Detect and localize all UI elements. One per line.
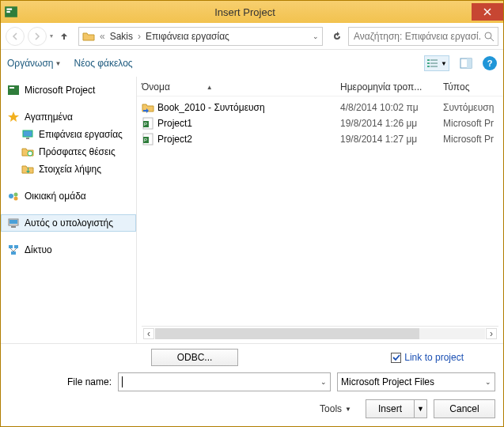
horizontal-scrollbar[interactable]: ‹ › bbox=[142, 326, 498, 340]
titlebar: Insert Project bbox=[1, 1, 503, 23]
svg-rect-18 bbox=[26, 138, 29, 139]
recent-dropdown[interactable]: ▾ bbox=[50, 32, 53, 40]
col-label: Ημερομηνία τροπ... bbox=[340, 81, 422, 93]
sort-asc-icon: ▲ bbox=[207, 84, 213, 91]
sidebar-item-label: Δίκτυο bbox=[25, 244, 52, 255]
sidebar-item-label: Οικιακή ομάδα bbox=[25, 191, 86, 202]
sidebar-item-network[interactable]: Δίκτυο bbox=[1, 241, 136, 259]
link-label: Link to project bbox=[404, 352, 464, 363]
list-item[interactable]: P Project2 19/8/2014 1:27 μμ Microsoft P… bbox=[142, 131, 498, 147]
tools-menu[interactable]: Tools ▼ bbox=[320, 403, 351, 414]
sidebar-item-recent[interactable]: Πρόσφατες θέσεις bbox=[1, 143, 136, 161]
file-type: Microsoft Pr bbox=[443, 134, 498, 145]
svg-point-21 bbox=[14, 193, 18, 197]
back-button[interactable] bbox=[6, 27, 25, 46]
cancel-label: Cancel bbox=[449, 403, 479, 414]
svg-line-30 bbox=[13, 248, 17, 251]
chevron-down-icon: ▼ bbox=[441, 60, 447, 67]
svg-rect-10 bbox=[430, 62, 438, 64]
up-button[interactable] bbox=[56, 28, 72, 44]
view-mode-button[interactable]: ▼ bbox=[424, 55, 449, 71]
help-button[interactable]: ? bbox=[483, 56, 497, 70]
col-header-type[interactable]: Τύπος bbox=[443, 81, 498, 93]
svg-rect-1 bbox=[6, 9, 12, 10]
col-header-name[interactable]: Όνομα ▲ bbox=[142, 81, 340, 93]
chevron-down-icon: ▼ bbox=[55, 60, 62, 67]
homegroup-icon bbox=[7, 190, 20, 202]
chevron-down-icon: ▼ bbox=[345, 406, 351, 413]
odbc-label: ODBC... bbox=[177, 352, 213, 363]
col-header-date[interactable]: Ημερομηνία τροπ... bbox=[340, 81, 443, 93]
close-button[interactable] bbox=[472, 3, 503, 21]
scroll-thumb[interactable] bbox=[155, 328, 419, 339]
chevron-right-icon: › bbox=[136, 31, 142, 42]
svg-rect-16 bbox=[9, 87, 14, 89]
scroll-track[interactable] bbox=[155, 328, 485, 339]
checkbox-checked-icon bbox=[391, 353, 401, 363]
list-item[interactable]: Book_2010 - Συντόμευση 4/8/2014 10:02 πμ… bbox=[142, 100, 498, 115]
file-type: Microsoft Pr bbox=[443, 118, 498, 129]
breadcrumb-dropdown[interactable]: ⌄ bbox=[313, 32, 319, 40]
preview-pane-button[interactable] bbox=[457, 55, 475, 71]
file-list: Book_2010 - Συντόμευση 4/8/2014 10:02 πμ… bbox=[137, 96, 503, 326]
sidebar-item-label: Αυτός ο υπολογιστής bbox=[25, 217, 113, 229]
help-icon: ? bbox=[487, 59, 493, 68]
forward-button[interactable] bbox=[28, 27, 47, 46]
search-box[interactable] bbox=[348, 27, 498, 46]
filename-input[interactable]: ⌄ bbox=[118, 372, 331, 391]
refresh-button[interactable] bbox=[329, 28, 345, 44]
sidebar-item-downloads[interactable]: Στοιχεία λήψης bbox=[1, 161, 136, 178]
sidebar-item-homegroup[interactable]: Οικιακή ομάδα bbox=[1, 187, 136, 205]
organize-menu[interactable]: Οργάνωση ▼ bbox=[7, 58, 61, 69]
recent-icon bbox=[21, 145, 34, 158]
monitor-icon bbox=[21, 128, 34, 141]
svg-rect-9 bbox=[427, 62, 430, 64]
breadcrumb-part[interactable]: Sakis bbox=[110, 31, 133, 42]
svg-rect-25 bbox=[11, 226, 16, 228]
window-title: Insert Project bbox=[18, 6, 472, 18]
file-type-filter[interactable]: Microsoft Project Files ⌄ bbox=[337, 372, 495, 391]
svg-rect-14 bbox=[467, 59, 472, 68]
svg-text:P: P bbox=[144, 122, 147, 127]
col-label: Τύπος bbox=[443, 81, 469, 93]
list-item[interactable]: P Project1 19/8/2014 1:26 μμ Microsoft P… bbox=[142, 115, 498, 131]
file-name: Project2 bbox=[157, 134, 340, 145]
search-input[interactable] bbox=[352, 30, 483, 43]
sidebar-item-favorites[interactable]: Αγαπημένα bbox=[1, 108, 136, 126]
sidebar-item-msproject[interactable]: Microsoft Project bbox=[1, 81, 136, 99]
svg-rect-24 bbox=[9, 220, 17, 224]
link-to-project-checkbox[interactable]: Link to project bbox=[391, 352, 464, 363]
refresh-icon bbox=[332, 31, 343, 42]
chevron-down-icon[interactable]: ⌄ bbox=[485, 378, 491, 386]
svg-point-19 bbox=[28, 151, 32, 156]
shortcut-icon bbox=[142, 101, 154, 114]
organize-label: Οργάνωση bbox=[7, 58, 54, 69]
preview-pane-icon bbox=[460, 58, 472, 69]
downloads-icon bbox=[21, 163, 34, 176]
breadcrumb[interactable]: « Sakis › Επιφάνεια εργασίας ⌄ bbox=[78, 27, 323, 46]
filter-label: Microsoft Project Files bbox=[341, 376, 434, 387]
insert-dropdown[interactable]: ▼ bbox=[414, 400, 426, 418]
computer-icon bbox=[7, 217, 20, 229]
chevron-down-icon[interactable]: ⌄ bbox=[320, 378, 327, 386]
project-file-icon: P bbox=[142, 117, 154, 130]
breadcrumb-part[interactable]: Επιφάνεια εργασίας bbox=[146, 31, 229, 42]
file-date: 19/8/2014 1:27 μμ bbox=[340, 134, 443, 145]
back-icon bbox=[11, 32, 19, 40]
scroll-left-button[interactable]: ‹ bbox=[143, 328, 154, 339]
file-date: 19/8/2014 1:26 μμ bbox=[340, 118, 443, 129]
new-folder-button[interactable]: Νέος φάκελος bbox=[74, 58, 132, 69]
cancel-button[interactable]: Cancel bbox=[434, 399, 495, 418]
filename-field[interactable] bbox=[123, 376, 320, 388]
odbc-button[interactable]: ODBC... bbox=[151, 349, 238, 366]
scroll-right-button[interactable]: › bbox=[486, 328, 497, 339]
sidebar-item-thispc[interactable]: Αυτός ο υπολογιστής bbox=[1, 214, 136, 232]
sidebar: Microsoft Project Αγαπημένα Επιφάνεια ερ… bbox=[1, 77, 137, 343]
insert-button[interactable]: Insert ▼ bbox=[366, 399, 427, 418]
svg-text:P: P bbox=[144, 138, 147, 142]
sidebar-item-label: Επιφάνεια εργασίας bbox=[39, 129, 123, 140]
sidebar-item-desktop[interactable]: Επιφάνεια εργασίας bbox=[1, 126, 136, 143]
tools-label: Tools bbox=[320, 403, 342, 414]
svg-rect-8 bbox=[430, 59, 438, 61]
forward-icon bbox=[33, 32, 41, 40]
